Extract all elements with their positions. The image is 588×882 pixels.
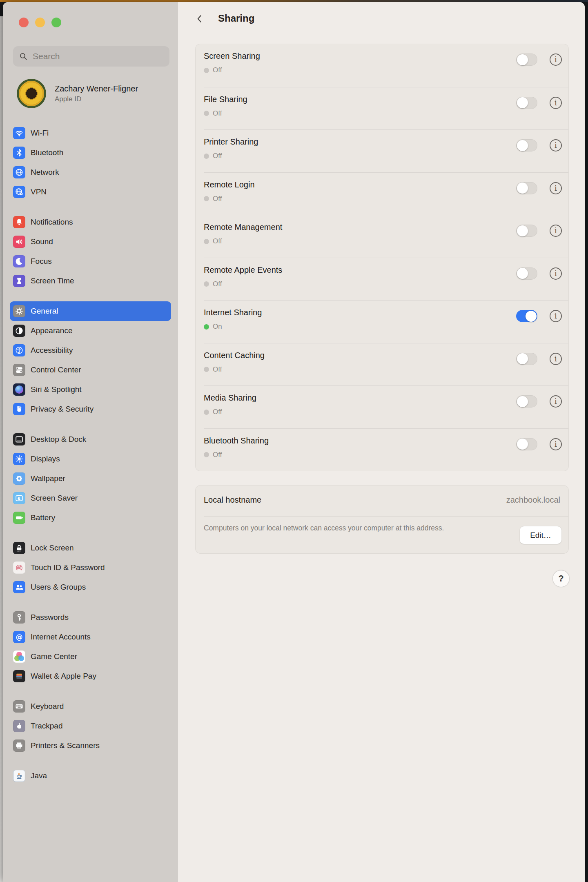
sidebar-item-java[interactable]: Java [10, 766, 171, 786]
status-label: Off [213, 408, 222, 416]
info-button-screen-sharing[interactable]: i [550, 53, 562, 66]
sidebar-group: Passwords@Internet AccountsGame CenterWa… [3, 608, 178, 686]
info-button-internet-sharing[interactable]: i [550, 310, 562, 322]
flower-icon [13, 472, 25, 485]
sidebar-item-printers-scanners[interactable]: Printers & Scanners [10, 736, 171, 755]
status-label: Off [213, 280, 222, 288]
sidebar-item-internet-accounts[interactable]: @Internet Accounts [10, 627, 171, 647]
sidebar-item-battery[interactable]: Battery [10, 508, 171, 528]
bell-icon [13, 216, 25, 228]
sidebar-item-touch-id-password[interactable]: Touch ID & Password [10, 558, 171, 577]
sidebar-item-label: Screen Saver [31, 494, 78, 503]
speaker-icon [13, 236, 25, 248]
toggle-remote-apple-events[interactable] [516, 267, 537, 280]
sidebar-item-label: Screen Time [31, 276, 74, 285]
toggle-knob [517, 54, 528, 65]
sidebar-item-trackpad[interactable]: Trackpad [10, 716, 171, 736]
sidebar-item-label: Displays [31, 454, 60, 463]
sidebar-item-wifi[interactable]: Wi-Fi [10, 123, 171, 143]
zoom-button[interactable] [51, 18, 61, 27]
sidebar-item-network[interactable]: Network [10, 163, 171, 182]
sidebar-item-sound[interactable]: Sound [10, 232, 171, 252]
gear-icon [13, 305, 25, 317]
close-button[interactable] [19, 18, 29, 27]
sidebar-item-siri-spotlight[interactable]: Siri & Spotlight [10, 380, 171, 399]
status-dot-on [204, 324, 209, 330]
sidebar-group: Wi-FiBluetoothNetworkVPN [3, 123, 178, 202]
sidebar-item-passwords[interactable]: Passwords [10, 608, 171, 627]
sidebar-item-game-center[interactable]: Game Center [10, 647, 171, 666]
info-button-media-sharing[interactable]: i [550, 395, 562, 408]
status-label: Off [213, 451, 222, 459]
sidebar-item-wallpaper[interactable]: Wallpaper [10, 469, 171, 488]
info-button-remote-apple-events[interactable]: i [550, 267, 562, 280]
info-button-remote-login[interactable]: i [550, 182, 562, 194]
lock-icon [13, 542, 25, 554]
info-button-bluetooth-sharing[interactable]: i [550, 438, 562, 450]
search-input[interactable] [32, 51, 156, 62]
service-label: Remote Login [204, 180, 255, 189]
toggle-knob [517, 353, 528, 364]
status-dot-off [204, 196, 209, 201]
status-dot-off [204, 367, 209, 372]
service-status: Off [204, 66, 222, 74]
toggle-file-sharing[interactable] [516, 97, 537, 109]
status-dot-off [204, 239, 209, 244]
share-row-internet-sharing: Internet SharingOni [204, 300, 568, 343]
sidebar-item-screen-time[interactable]: Screen Time [10, 271, 171, 291]
status-dot-off [204, 111, 209, 116]
edit-hostname-button[interactable]: Edit… [520, 526, 561, 544]
sidebar-item-focus[interactable]: Focus [10, 252, 171, 271]
sidebar-item-wallet-apple-pay[interactable]: Wallet & Apple Pay [10, 666, 171, 686]
info-button-remote-management[interactable]: i [550, 225, 562, 237]
service-status: Off [204, 365, 222, 374]
apple-id-row[interactable]: Zachary Wener-Fligner Apple ID [17, 79, 138, 108]
sidebar-item-general[interactable]: General [10, 301, 171, 321]
sidebar-group: GeneralAppearanceAccessibilityControl Ce… [3, 301, 178, 419]
share-row-bluetooth-sharing: Bluetooth SharingOffi [204, 428, 568, 471]
game-center-bubbles-icon [13, 650, 25, 663]
sidebar-item-users-groups[interactable]: Users & Groups [10, 577, 171, 597]
toggle-media-sharing[interactable] [516, 395, 537, 408]
sidebar-item-privacy-security[interactable]: Privacy & Security [10, 399, 171, 419]
toggle-knob [526, 311, 537, 322]
sidebar-item-vpn[interactable]: VPN [10, 182, 171, 202]
toggle-bluetooth-sharing[interactable] [516, 438, 537, 450]
accessibility-icon [13, 344, 25, 356]
toggle-remote-management[interactable] [516, 225, 537, 237]
sidebar-item-notifications[interactable]: Notifications [10, 212, 171, 232]
toggle-content-caching[interactable] [516, 353, 537, 365]
info-button-printer-sharing[interactable]: i [550, 139, 562, 151]
info-button-content-caching[interactable]: i [550, 353, 562, 365]
background-window-edge [0, 16, 3, 882]
back-button[interactable] [195, 13, 207, 26]
sidebar-item-appearance[interactable]: Appearance [10, 321, 171, 341]
search-icon [19, 52, 28, 61]
sidebar-item-desktop-dock[interactable]: Desktop & Dock [10, 430, 171, 449]
help-button[interactable]: ? [553, 570, 569, 587]
toggle-remote-login[interactable] [516, 182, 537, 194]
service-label: File Sharing [204, 95, 247, 104]
sidebar-item-accessibility[interactable]: Accessibility [10, 341, 171, 360]
minimize-button[interactable] [35, 18, 45, 27]
sidebar-item-keyboard[interactable]: Keyboard [10, 697, 171, 716]
service-label: Remote Apple Events [204, 265, 282, 275]
status-label: Off [213, 195, 222, 203]
sidebar-item-label: Game Center [31, 652, 77, 661]
sidebar-item-label: Accessibility [31, 346, 73, 355]
info-button-file-sharing[interactable]: i [550, 97, 562, 109]
status-label: Off [213, 109, 222, 118]
sidebar-item-screen-saver[interactable]: Screen Saver [10, 488, 171, 508]
hand-icon [13, 403, 25, 415]
sidebar-item-displays[interactable]: Displays [10, 449, 171, 469]
sidebar-item-bluetooth[interactable]: Bluetooth [10, 143, 171, 163]
toggle-screen-sharing[interactable] [516, 53, 537, 66]
toggle-internet-sharing[interactable] [516, 310, 537, 322]
sidebar-item-lock-screen[interactable]: Lock Screen [10, 538, 171, 558]
sidebar-item-label: Siri & Spotlight [31, 385, 82, 394]
sidebar-item-label: Focus [31, 257, 52, 266]
sidebar-group: Lock ScreenTouch ID & PasswordUsers & Gr… [3, 538, 178, 597]
toggle-printer-sharing[interactable] [516, 139, 537, 151]
search-field[interactable] [13, 46, 169, 67]
sidebar-item-control-center[interactable]: Control Center [10, 360, 171, 380]
